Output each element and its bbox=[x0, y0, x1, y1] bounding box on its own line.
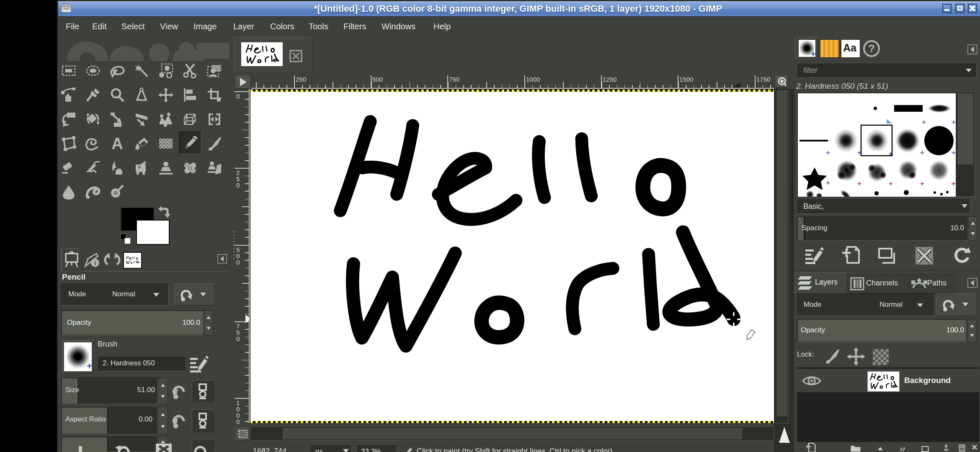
svg-text:+: + bbox=[920, 149, 924, 157]
svg-text:+: + bbox=[922, 118, 926, 126]
svg-text:i: i bbox=[94, 259, 96, 266]
svg-text:?: ? bbox=[868, 42, 875, 55]
svg-text:+: + bbox=[889, 180, 893, 187]
svg-text:+: + bbox=[826, 179, 830, 187]
svg-text:A: A bbox=[111, 136, 123, 151]
svg-text:+: + bbox=[952, 149, 956, 157]
svg-text:+: + bbox=[857, 180, 861, 187]
svg-text:+: + bbox=[952, 118, 956, 126]
svg-text:+: + bbox=[920, 180, 924, 187]
svg-text:+: + bbox=[952, 180, 956, 187]
svg-text:+: + bbox=[826, 149, 830, 157]
